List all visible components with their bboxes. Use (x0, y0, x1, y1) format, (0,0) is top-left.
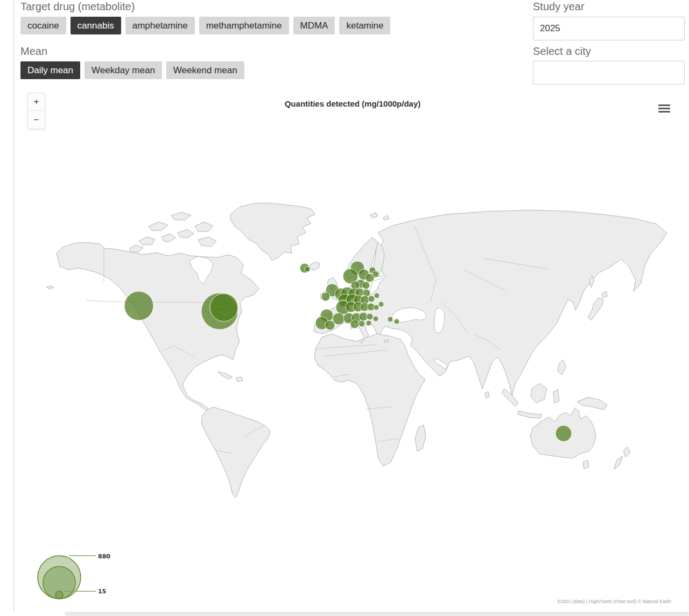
map-bubble[interactable] (350, 320, 359, 328)
city-input[interactable] (533, 61, 685, 85)
bubble-legend: 880 15 (38, 553, 110, 599)
map-bubble[interactable] (374, 305, 379, 310)
landmass-hokkaido (602, 291, 607, 298)
landmass-arctic-island (161, 234, 175, 242)
mean-label: Mean (20, 45, 47, 58)
landmass-iceland (310, 262, 320, 270)
map-bubble[interactable] (305, 267, 310, 272)
map-bubble[interactable] (367, 313, 373, 320)
landmass-hispaniola (236, 377, 243, 382)
legend-max-label: 880 (98, 553, 110, 560)
map-bubble[interactable] (321, 292, 330, 301)
map-bubble[interactable] (366, 320, 371, 326)
landmass-arctic-island (178, 229, 194, 238)
hamburger-icon (658, 104, 670, 106)
landmass-japan (588, 298, 603, 320)
landmass-madagascar (415, 425, 426, 451)
landmass-sumatra (502, 389, 518, 407)
mean-button-weekend[interactable]: Weekend mean (166, 61, 244, 79)
landmass-aleutian (46, 286, 54, 289)
study-year-label: Study year (533, 1, 585, 13)
landmass-arctic-island (171, 212, 191, 220)
landmass-sri-lanka (485, 391, 489, 398)
hamburger-icon (658, 111, 670, 113)
landmass-svalbard (370, 213, 378, 218)
landmasses (46, 203, 667, 498)
landmass-borneo (531, 383, 547, 403)
map-bubble[interactable] (372, 271, 379, 277)
select-city-label: Select a city (533, 45, 591, 58)
target-drug-button-group: cocaine cannabis amphetamine methampheta… (20, 17, 390, 34)
chart-context-menu-button[interactable] (657, 102, 671, 114)
landmass-new-guinea (577, 397, 607, 410)
drug-button-cocaine[interactable]: cocaine (20, 17, 66, 34)
drug-button-mdma[interactable]: MDMA (293, 17, 335, 34)
drug-button-ketamine[interactable]: ketamine (339, 17, 390, 34)
map-bubble[interactable] (358, 320, 365, 327)
landmass-south-america (201, 407, 270, 498)
horizontal-scrollbar[interactable] (65, 612, 689, 616)
map-bubble[interactable] (394, 319, 399, 324)
drug-button-cannabis[interactable]: cannabis (71, 17, 121, 34)
map-bubble[interactable] (362, 282, 370, 289)
zoom-in-button[interactable]: + (27, 93, 45, 111)
bubble-legend-circle (55, 591, 63, 599)
bubble-legend-circles (38, 556, 81, 599)
landmass-sulawesi (553, 389, 559, 403)
drug-button-methamphetamine[interactable]: methamphetamine (199, 17, 289, 34)
map-bubble[interactable] (378, 302, 384, 307)
target-drug-label: Target drug (metabolite) (20, 1, 135, 13)
world-map: 880 15 (0, 0, 689, 616)
map-bubble[interactable] (373, 316, 378, 321)
landmass-svalbard (383, 215, 389, 220)
study-year-input[interactable] (533, 17, 685, 40)
landmass-philippines (558, 360, 566, 375)
landmass-africa (314, 334, 425, 466)
legend-min-label: 15 (98, 588, 106, 595)
landmass-tasmania (583, 460, 589, 469)
hamburger-icon (658, 108, 670, 109)
landmass-cuba (217, 372, 233, 379)
map-bubble[interactable] (124, 291, 153, 320)
map-bubble[interactable] (374, 293, 379, 298)
page-left-divider (13, 0, 15, 612)
landmass-arctic-island (149, 222, 168, 230)
mean-button-group: Daily mean Weekday mean Weekend mean (20, 61, 244, 79)
map-bubble[interactable] (388, 317, 393, 322)
landmass-new-zealand (623, 447, 630, 457)
zoom-out-button[interactable]: − (27, 111, 45, 129)
landmass-arctic-island (139, 237, 155, 245)
landmass-baffin (198, 237, 216, 247)
map-bubble[interactable] (556, 425, 572, 442)
mean-button-daily[interactable]: Daily mean (20, 61, 80, 79)
landmass-new-zealand (614, 456, 623, 470)
landmass-greenland (230, 203, 315, 261)
mean-button-weekday[interactable]: Weekday mean (85, 61, 162, 79)
landmass-arctic-island (129, 245, 143, 252)
chart-title: Quantities detected (mg/1000p/day) (22, 99, 684, 108)
map-zoom-controls: + − (27, 93, 45, 129)
map-bubble[interactable] (210, 293, 238, 321)
landmass-arctic-island (195, 222, 213, 232)
landmass-java (517, 411, 542, 418)
landmass-crete (384, 340, 389, 342)
map-bubble[interactable] (368, 296, 375, 302)
chart-credits: EUDA (data) | Highcharts (chart tool) © … (558, 599, 671, 604)
drug-button-amphetamine[interactable]: amphetamine (125, 17, 195, 34)
map-bubble[interactable] (333, 313, 344, 325)
